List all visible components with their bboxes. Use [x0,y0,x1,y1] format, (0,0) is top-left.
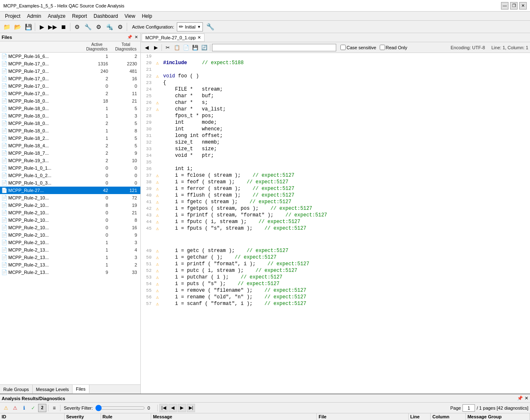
ed-scissors-btn[interactable]: ✂ [164,43,172,52]
editor-tab-active[interactable]: MCPP_Rule-27_0_1.cpp ✕ [142,34,205,42]
file-icon: 📄 [0,225,8,230]
ed-paste-btn[interactable]: 📄 [182,43,190,52]
menu-report[interactable]: Report [69,12,90,20]
analyze-btn-2[interactable]: ▶▶ [48,22,58,32]
read-only-checkbox[interactable] [380,45,385,50]
file-row[interactable]: 📄 MCPP_Rule-18_2... 1 5 [0,134,140,142]
page-number-input[interactable] [463,404,475,412]
minimize-button[interactable]: — [501,2,508,10]
file-row[interactable]: 📄 MCPP_Rule-17_0... 240 481 [0,67,140,75]
case-sensitive-option[interactable]: Case sensitive [340,45,376,50]
file-row[interactable]: 📄 MCPP_Rule-17_0... 0 0 [0,82,140,90]
code-comment: // expect:5127 [253,173,294,178]
file-row[interactable]: 📄 MCPP_Rule-18_4... 2 5 [0,142,140,149]
file-row[interactable]: 📄 MCPP_Rule-16_6... 1 2 [0,53,140,60]
files-close-icon[interactable]: ✕ [134,35,139,39]
editor-tab-close-button[interactable]: ✕ [198,35,201,40]
settings-btn[interactable]: ⚙ [72,22,82,32]
close-button[interactable]: ✕ [519,2,527,10]
save-button[interactable]: 💾 [23,22,33,32]
an-btn-check[interactable]: ✓ [29,404,37,412]
analyze-btn-1[interactable]: ▶ [37,22,47,32]
file-row[interactable]: 📄 MCPP_Rule-19_3... 2 10 [0,157,140,164]
file-row[interactable]: 📄 MCPP_Rule-2_10... 1 3 [0,239,140,246]
file-icon: 📄 [0,150,8,156]
ed-forward-btn[interactable]: ▶ [152,43,160,52]
file-row[interactable]: 📄 MCPP_Rule-18_0... 2 5 [0,120,140,127]
file-row[interactable]: 📄 MCPP_Rule-2_10... 0 21 [0,209,140,216]
search-input[interactable] [212,44,336,51]
tab-rule-groups[interactable]: Rule Groups [0,385,33,394]
tab-message-levels[interactable]: Message Levels [33,385,73,394]
file-row[interactable]: 📄 MCPP_Rule-2_10... 0 8 [0,216,140,224]
analysis-pin-icon[interactable]: 📌 [517,396,523,401]
an-last-page-btn[interactable]: ▶| [187,404,195,412]
ed-save-btn[interactable]: 💾 [191,43,199,52]
menu-help[interactable]: Help [139,12,156,20]
an-first-page-btn[interactable]: |◀ [159,404,168,412]
an-btn-num2[interactable]: 2 [38,404,46,412]
file-row[interactable]: 📄 MCPP_Rule-1_0_3... 0 0 [0,179,140,187]
menu-view[interactable]: View [121,12,139,20]
read-only-option[interactable]: Read Only [380,45,407,50]
file-row[interactable]: 📄 MCPP_Rule-2_10... 0 72 [0,194,140,202]
file-row[interactable]: 📄 MCPP_Rule-18_0... 1 3 [0,112,140,120]
ed-refresh-btn[interactable]: 🔄 [200,43,208,52]
code-line: 30 int whence; [141,126,530,132]
an-btn-warn-orange[interactable]: ⚠ [2,404,10,412]
tab-files[interactable]: Files [72,385,89,394]
file-row[interactable]: 📄 MCPP_Rule-17_0... 2 11 [0,90,140,97]
maximize-button[interactable]: ❐ [510,2,518,10]
line-marker: ⚠ [153,288,161,294]
ed-copy-btn[interactable]: 📋 [173,43,181,52]
an-next-btn[interactable]: ▶ [178,404,186,412]
config-btn[interactable]: 🔧 [83,22,93,32]
file-row[interactable]: 📄 MCPP_Rule-17_0... 2 16 [0,75,140,82]
an-prev-btn[interactable]: ◀ [169,404,177,412]
new-button[interactable]: 📁 [2,22,12,32]
open-button[interactable]: 📂 [12,22,22,32]
files-col-active-header: ActiveDiagnostics [82,42,111,51]
tool-btn-extra3[interactable]: ⚙ [115,22,125,32]
file-row[interactable]: 📄 MCPP_Rule-18_0... 1 8 [0,127,140,134]
file-row[interactable]: 📄 MCPP_Rule-2_13... 1 2 [0,261,140,269]
file-row[interactable]: 📄 MCPP_Rule-2_10... 0 16 [0,224,140,231]
file-row[interactable]: 📄 MCPP_Rule-1_0_2... 0 0 [0,172,140,179]
analysis-close-icon[interactable]: ✕ [525,396,528,401]
an-btn-info[interactable]: ℹ [20,404,28,412]
files-pin-button[interactable]: 📌 [126,35,133,39]
file-row[interactable]: 📄 MCPP_Rule-2_13... 9 33 [0,269,140,276]
wrench-button[interactable]: 🔧 [205,22,215,32]
file-row[interactable]: 📄 MCPP_Rule-18_7... 2 9 [0,149,140,157]
ed-back-btn[interactable]: ◀ [142,43,151,52]
tool-btn-extra1[interactable]: ⚙ [94,22,104,32]
file-row[interactable]: 📄 MCPP_Rule-1_0_1... 0 0 [0,164,140,172]
file-row[interactable]: 📄 MCPP_Rule-18_0... 18 21 [0,97,140,105]
severity-slider[interactable] [95,405,145,411]
menu-project[interactable]: Project [2,12,24,20]
line-number: 54 [141,281,153,286]
menu-admin[interactable]: Admin [24,12,44,20]
warning-icon: ⚠ [156,219,159,225]
an-btn-error-red[interactable]: ⚠ [11,404,19,412]
tool-btn-extra2[interactable]: 🔩 [104,22,114,32]
line-number: 57 [141,301,153,306]
warning-icon: ⚠ [156,262,159,267]
file-row[interactable]: 📄 MCPP_Rule-18_0... 1 5 [0,105,140,112]
file-row[interactable]: 📄 MCPP_Rule-2_13... 1 3 [0,254,140,261]
file-row[interactable]: 📄 MCPP_Rule-27... 42 121 [0,187,140,194]
an-btn-nav[interactable]: ≡ [50,404,58,412]
file-name: MCPP_Rule-18_0... [8,98,82,103]
file-row[interactable]: 📄 MCPP_Rule-2_10... 8 19 [0,202,140,209]
menu-dashboard[interactable]: Dashboard [90,12,121,20]
config-dropdown[interactable]: ✏ Initial ▼ [177,22,203,31]
case-sensitive-checkbox[interactable] [340,45,346,50]
file-row[interactable]: 📄 MCPP_Rule-2_10... 0 9 [0,231,140,239]
file-row[interactable]: 📄 MCPP_Rule-17_0... 1316 2230 [0,60,140,67]
file-row[interactable]: 📄 MCPP_Rule-2_13... 1 4 [0,246,140,254]
line-number: 39 [141,186,153,191]
menu-analyze[interactable]: Analyze [44,12,69,20]
analyze-btn-3[interactable]: ⏹ [58,22,68,32]
line-content: i = fprintf ( stream, "format" ); // exp… [161,212,530,218]
code-area[interactable]: 1920⚠#include // expect:51882122⚠void fo… [141,53,530,394]
